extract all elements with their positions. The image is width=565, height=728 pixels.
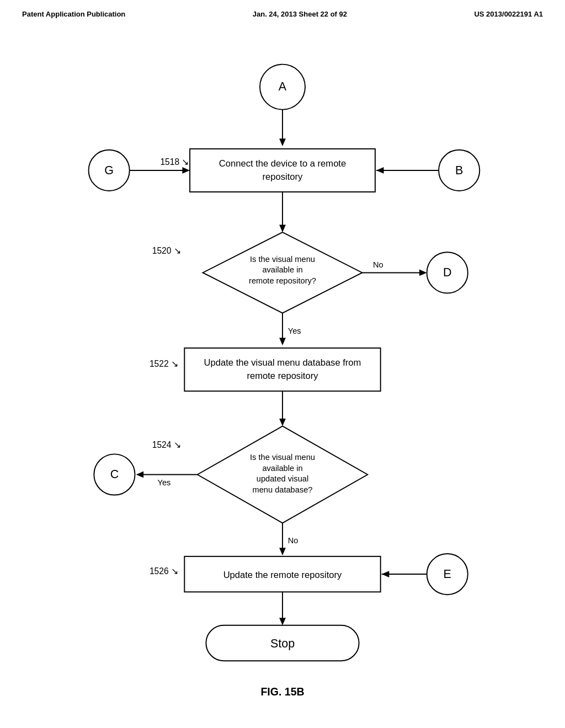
yes-label-1: Yes xyxy=(288,326,301,335)
svg-marker-27 xyxy=(279,548,286,555)
svg-marker-24 xyxy=(136,472,143,478)
no-label-1: No xyxy=(373,260,383,269)
svg-rect-3 xyxy=(190,149,375,192)
yes-label-2: Yes xyxy=(158,478,171,487)
svg-marker-12 xyxy=(279,225,286,233)
label-1520: 1520 ↘ xyxy=(152,246,181,255)
header-right: US 2013/0022191 A1 xyxy=(474,10,543,18)
diamond-d2-line3: updated visual xyxy=(257,474,308,483)
stop-label: Stop xyxy=(270,637,295,650)
node-g: G xyxy=(104,164,114,177)
box-update-db-line1: Update the visual menu database from xyxy=(204,357,361,368)
diamond-d1-line1: Is the visual menu xyxy=(250,255,315,264)
svg-text:repository: repository xyxy=(263,172,303,182)
svg-marker-7 xyxy=(182,167,190,174)
diamond-d2-line2: available in xyxy=(262,464,302,473)
label-1526: 1526 ↘ xyxy=(150,566,178,576)
no-label-2: No xyxy=(288,536,299,545)
header-center: Jan. 24, 2013 Sheet 22 of 92 xyxy=(253,10,347,18)
node-c: C xyxy=(110,468,119,481)
node-e: E xyxy=(444,568,451,581)
figure-caption: FIG. 15B xyxy=(260,686,304,698)
svg-marker-10 xyxy=(376,167,384,174)
node-b: B xyxy=(455,164,463,177)
page-header: Patent Application Publication Jan. 24, … xyxy=(0,0,565,24)
diamond-d2-line4: menu database? xyxy=(253,485,313,494)
diagram-area: A 1518 ↘ Connect the device to a remote … xyxy=(0,33,565,711)
label-1524: 1524 ↘ xyxy=(152,440,181,449)
diamond-d2-line1: Is the visual menu xyxy=(250,453,315,462)
diamond-d1-line2: available in xyxy=(262,265,302,274)
box-update-db-line2: remote repository xyxy=(247,371,319,381)
diamond-d1-line3: remote repository? xyxy=(249,276,316,285)
node-d: D xyxy=(443,266,452,279)
node-a: A xyxy=(279,80,287,93)
box-connect: Connect the device to a remote xyxy=(219,158,346,169)
label-1522: 1522 ↘ xyxy=(150,359,178,368)
box-update-repo: Update the remote repository xyxy=(223,570,342,580)
label-1518: 1518 ↘ xyxy=(160,157,189,167)
svg-marker-33 xyxy=(279,618,286,625)
header-left: Patent Application Publication xyxy=(22,10,125,18)
svg-marker-15 xyxy=(419,270,427,276)
svg-marker-31 xyxy=(382,571,390,577)
svg-rect-19 xyxy=(184,348,380,391)
svg-marker-21 xyxy=(279,419,286,426)
svg-marker-2 xyxy=(279,138,286,146)
svg-marker-18 xyxy=(279,338,286,346)
